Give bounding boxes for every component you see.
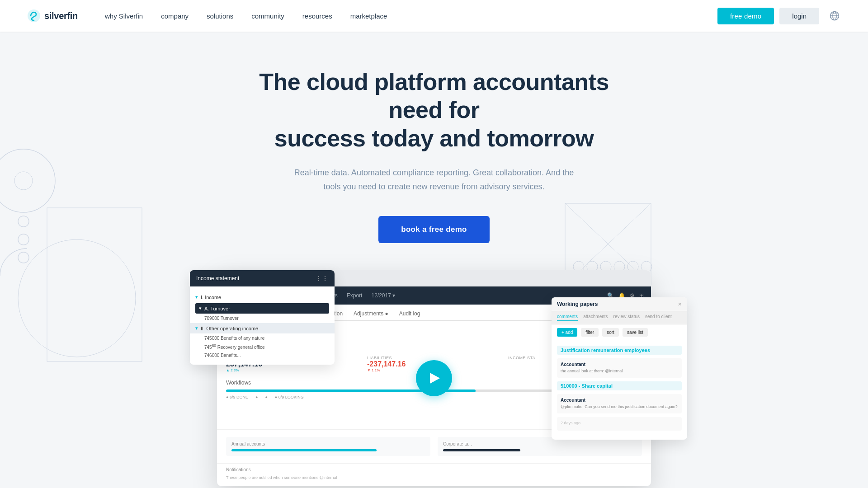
dot-1: ● 6/9 DONE [226,395,248,399]
login-button[interactable]: login [779,8,819,24]
income-statement-menu[interactable]: ⋮⋮ [316,275,328,282]
book-demo-button[interactable]: book a free demo [378,216,490,243]
assets-change: ▲ 2.3% [226,368,360,372]
svg-point-6 [0,149,55,212]
logo-icon [27,9,41,23]
wp-save-button[interactable]: save list [623,328,648,337]
wp-section-2-title: 510000 - Share capital [557,381,682,390]
svg-point-10 [14,172,33,190]
tab-audit-log[interactable]: Audit log [399,310,420,320]
nav-marketplace[interactable]: marketplace [350,12,387,20]
svg-point-9 [18,252,29,263]
dot-2: ● [255,395,258,399]
globe-icon [830,11,840,21]
wp-tabs: comments attachments review status send … [552,311,687,324]
corporate-label: Corporate ta... [443,441,637,446]
notifications-label: Notifications [226,467,642,472]
notifications-section: Notifications These people are notified … [217,463,651,486]
corporate-bar [443,449,520,451]
list-item: 746000 Benefits... [195,352,329,359]
svg-point-8 [18,234,29,245]
hero-subtitle: Real-time data. Automated compliance rep… [294,166,574,193]
chevron-icon: ▾ [199,305,202,311]
play-button[interactable] [416,360,452,396]
working-papers-title: Working papers [557,301,598,307]
list-item: 74580 Recovery general office [195,342,329,351]
wp-comment-2-user: Accountant [561,398,678,403]
list-item: ▾ II. Other operating income [190,323,335,333]
notifications-text: These people are notified when someone m… [226,475,642,481]
liabilities-label: LIABILITIES [367,356,501,360]
nav-actions: free demo login [717,8,841,24]
wp-comment-1-text: the annual look at them: @internal [561,368,678,374]
nav-period: 12/2017 ▾ [371,292,395,299]
hero-content: The cloud platform accountants need fors… [231,32,637,243]
wp-add-button[interactable]: + add [557,328,577,337]
annual-accounts-card: Annual accounts [226,437,430,456]
wp-filter-button[interactable]: filter [581,328,599,337]
wp-comment-3: 2 days ago [557,417,682,431]
chevron-icon: ▾ [195,325,198,331]
other-income-label: II. Other operating income [201,326,258,331]
wp-section-1-title: Justification remuneration employees [557,346,682,355]
wp-actions: + add filter sort save list [552,324,687,340]
wp-tab-attachments[interactable]: attachments [583,314,608,321]
tab-adjustments[interactable]: Adjustments ● [354,310,388,320]
nav-resources[interactable]: resources [302,12,332,20]
list-item: 745000 Benefits of any nature [195,334,329,342]
wp-comment-2: Accountant @pfin make: Can you send me t… [557,394,682,413]
list-item: ▾ I. Income [195,292,329,302]
language-selector[interactable] [828,9,841,22]
svg-point-12 [18,239,136,357]
income-statement-panel: Income statement ⋮⋮ ▾ I. Income ▾ A. Tur… [190,270,335,364]
list-item: 709000 Turnover [195,314,329,322]
income-row-label: I. Income [201,295,221,300]
nav-community[interactable]: community [251,12,284,20]
wp-comment-1-user: Accountant [561,362,678,367]
working-papers-header: Working papers ✕ [552,297,687,311]
working-papers-panel: Working papers ✕ comments attachments re… [552,297,687,439]
svg-point-7 [18,216,29,227]
nav-solutions[interactable]: solutions [207,12,233,20]
logo-link[interactable]: silverfin [27,9,78,23]
working-papers-body: Justification remuneration employees Acc… [552,340,687,439]
chevron-down-icon: ▾ [195,294,198,300]
nav-links: why Silverfin company solutions communit… [105,12,717,20]
turnover-row-label: A. Turnover [204,306,230,311]
play-icon [430,373,440,384]
svg-rect-11 [47,208,142,361]
wp-tab-history[interactable]: review status [613,314,640,321]
dot-3: ● [265,395,267,399]
product-mockup: Income statement ⋮⋮ ▾ I. Income ▾ A. Tur… [217,270,651,486]
income-statement-title: Income statement [196,275,239,282]
free-demo-button[interactable]: free demo [717,8,774,24]
wp-tab-tasks[interactable]: send to client [645,314,672,321]
list-item: ▾ A. Turnover [195,303,329,314]
income-statement-header: Income statement ⋮⋮ [190,270,335,286]
wp-comment-2-text: @pfin make: Can you send me this justifi… [561,404,678,410]
navbar: silverfin why Silverfin company solution… [0,0,868,32]
hero-section: The cloud platform accountants need fors… [0,32,868,488]
wp-sort-button[interactable]: sort [602,328,619,337]
annual-accounts-bar [231,449,377,451]
annual-accounts-label: Annual accounts [231,441,425,446]
wp-tab-comments[interactable]: comments [557,314,578,321]
logo-text: silverfin [44,11,78,21]
wp-comment-3-timestamp: 2 days ago [561,421,678,425]
dot-4: ● 8/9 LOOKING [275,395,304,399]
hero-title: The cloud platform accountants need fors… [231,68,637,152]
corporate-card: Corporate ta... [438,437,642,456]
income-statement-body: ▾ I. Income ▾ A. Turnover 709000 Turnove… [190,286,335,364]
nav-export: Export [347,292,363,299]
nav-company[interactable]: company [161,12,189,20]
wp-comment-1: Accountant the annual look at them: @int… [557,358,682,378]
working-papers-close[interactable]: ✕ [678,301,682,307]
nav-why-silverfin[interactable]: why Silverfin [105,12,143,20]
